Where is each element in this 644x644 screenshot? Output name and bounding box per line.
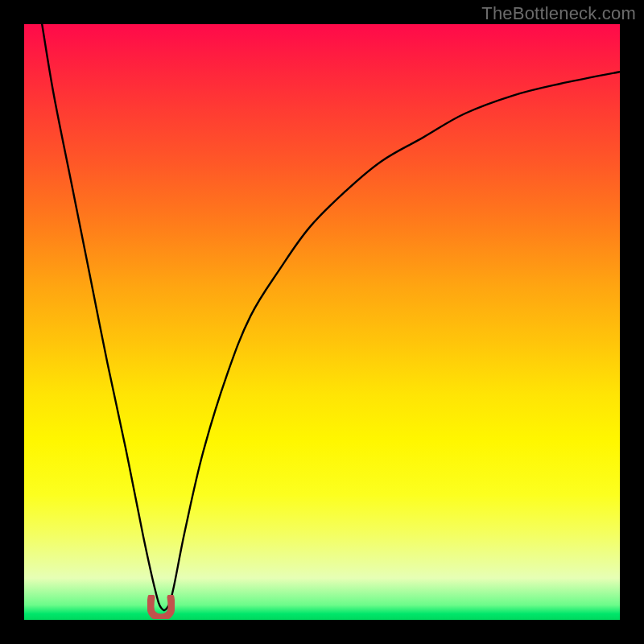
- watermark-text: TheBottleneck.com: [481, 3, 636, 24]
- plot-area: [24, 24, 620, 620]
- chart-frame: TheBottleneck.com: [0, 0, 644, 644]
- bottleneck-curve: [24, 24, 620, 620]
- minimum-marker: [147, 595, 175, 619]
